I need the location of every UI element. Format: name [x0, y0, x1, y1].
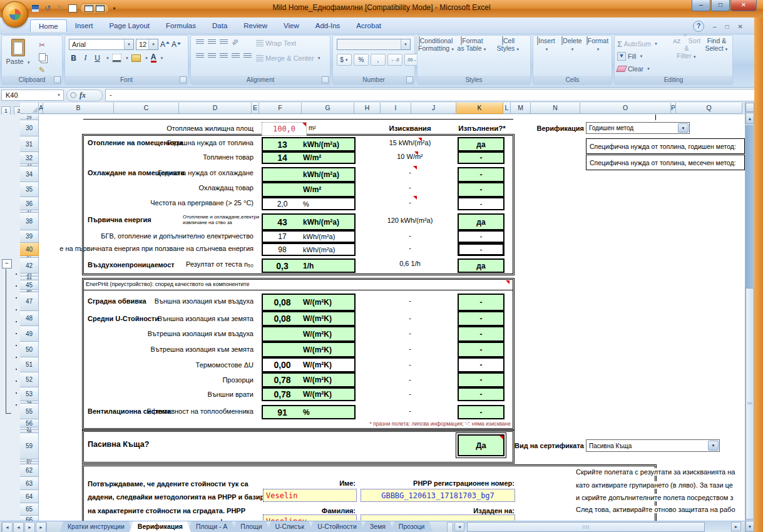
cell-solar-primary-energy[interactable]: 98kWh/(m²a) [262, 243, 356, 256]
cell-dhw-electricity[interactable]: 17kWh/(m²a) [262, 230, 356, 243]
surname-field[interactable]: Veselinov [263, 514, 357, 521]
cell-uvalue-ext-air[interactable]: 0,08W/(m²K) [262, 294, 356, 311]
cell-heat-load[interactable]: 14W/m² [262, 151, 356, 164]
align-left-icon[interactable] [196, 53, 204, 59]
sheet-tab-U-Списък[interactable]: U-Списък [267, 521, 313, 532]
column-header-M[interactable]: M [511, 103, 531, 114]
workbook-restore-button[interactable]: □ [725, 23, 729, 30]
cell-fulfilled-heat[interactable]: да [458, 137, 504, 151]
cell-heat-recovery[interactable]: 91% [262, 405, 356, 419]
tab-home[interactable]: Home [30, 19, 67, 32]
orientation-icon[interactable]: ab [230, 38, 239, 46]
column-header-C[interactable]: C [114, 103, 179, 114]
cell-cooling-load[interactable]: W/m² [262, 182, 356, 197]
next-sheet-button[interactable]: ► [24, 522, 35, 532]
column-header-D[interactable]: D [179, 103, 252, 114]
cell-fulfilled[interactable]: да [458, 213, 504, 230]
cell-fulfilled[interactable]: - [458, 197, 504, 210]
workbook-minimize-button[interactable]: – [713, 23, 717, 30]
tab-insert[interactable]: Insert [67, 19, 101, 32]
column-header-L[interactable]: L [503, 103, 511, 114]
cut-button[interactable]: ✂ [34, 39, 49, 51]
cell-fulfilled[interactable]: - [458, 342, 504, 357]
format-cells-button[interactable]: Format▼ [585, 37, 610, 76]
shrink-font-button[interactable]: A [172, 40, 181, 49]
cell-primary-energy[interactable]: 43kWh/(m²a) [262, 213, 356, 230]
cell-styles-button[interactable]: CellStyles▼ [491, 37, 526, 76]
column-header-F[interactable]: F [259, 103, 302, 114]
select-all-corner[interactable] [20, 103, 39, 114]
active-cell-K40[interactable]: - [458, 243, 504, 256]
paste-button[interactable]: Paste ▼ [5, 38, 31, 76]
previous-sheet-button[interactable]: ◄ [13, 522, 24, 532]
cell-fulfilled[interactable]: да [458, 258, 504, 273]
vertical-scrollbar-thumb[interactable] [745, 288, 754, 519]
cell-airtightness[interactable]: 0,31/h [262, 258, 356, 273]
cell-ext-doors[interactable]: 0,78W/(m²K) [262, 387, 356, 401]
column-header-G[interactable]: G [302, 103, 354, 114]
find-select-button[interactable]: Find &Select▼ [702, 37, 731, 76]
insert-cells-button[interactable]: Insert▼ [534, 37, 558, 76]
scroll-right-button[interactable]: ► [731, 522, 741, 531]
close-button[interactable]: ✕ [730, 0, 757, 11]
increase-decimal-button[interactable]: ←.0 [387, 54, 402, 66]
fill-button[interactable]: ▼ Fill▼ [617, 51, 671, 62]
horizontal-scrollbar-thumb[interactable] [467, 522, 705, 532]
tab-formulas[interactable]: Formulas [158, 19, 204, 32]
tab-page-layout[interactable]: Page Layout [101, 19, 158, 32]
cell-fulfilled[interactable]: - [458, 294, 504, 311]
cell-windows[interactable]: 0,78W/(m²K) [262, 372, 356, 387]
column-header-B[interactable]: B [43, 103, 114, 114]
maximize-button[interactable]: □ [711, 0, 730, 11]
italic-button[interactable]: I [81, 53, 90, 63]
cell-fulfilled[interactable]: - [458, 151, 504, 164]
tab-review[interactable]: Review [235, 19, 275, 32]
tab-data[interactable]: Data [204, 19, 235, 32]
verification-method-dropdown[interactable]: Годишен метод▼ [586, 122, 690, 134]
column-header-J[interactable]: J [411, 103, 456, 114]
cell-fulfilled[interactable]: - [458, 405, 504, 419]
align-bottom-icon[interactable] [220, 39, 228, 45]
wrap-text-button[interactable]: Wrap Text [256, 39, 296, 47]
scroll-down-button[interactable]: ▼ [745, 521, 754, 532]
number-format-combo[interactable]: ▼ [337, 39, 411, 50]
column-header-K[interactable]: K [456, 103, 503, 114]
font-dialog-launcher[interactable] [180, 76, 187, 83]
align-right-icon[interactable] [220, 53, 228, 59]
clear-button[interactable]: Clear▼ [617, 63, 671, 74]
scrollbar-split-handle[interactable] [745, 103, 754, 112]
autosum-button[interactable]: Σ AutoSum▼ [617, 38, 671, 49]
first-name-field[interactable]: Veselin [263, 489, 357, 502]
format-as-table-button[interactable]: Formatas Table▼ [454, 37, 489, 76]
font-name-combo[interactable]: Arial▼ [69, 39, 134, 50]
alignment-dialog-launcher[interactable] [322, 76, 329, 83]
sheet-tab-Площи - А[interactable]: Площи - А [188, 521, 235, 532]
fill-color-icon[interactable] [131, 54, 141, 62]
cell-heat-demand[interactable]: 13kWh/(m²a) [262, 137, 356, 151]
cell-fulfilled[interactable]: - [458, 311, 504, 326]
workbook-close-button[interactable]: ✕ [738, 23, 743, 30]
cell-fulfilled[interactable]: - [458, 326, 504, 342]
number-dialog-launcher[interactable] [406, 76, 413, 83]
name-box[interactable]: K40▼ [1, 90, 64, 101]
cell-thermal-bridges[interactable]: 0,00W/(m²K) [262, 357, 356, 372]
help-icon[interactable]: ? [693, 21, 704, 32]
sheet-tab-Верификация[interactable]: Верификация [130, 521, 191, 532]
column-header-H[interactable]: H [354, 103, 381, 114]
column-header-A[interactable]: A [39, 103, 43, 114]
underline-button[interactable]: U [93, 54, 102, 63]
vertical-scrollbar-track[interactable] [745, 125, 754, 288]
align-middle-icon[interactable] [208, 39, 216, 45]
sheet-tab-U-Стойности[interactable]: U-Стойности [309, 521, 365, 532]
phpp-reg-field[interactable]: GBBBG_120613_17181703_bg7 [361, 489, 515, 502]
office-button[interactable] [2, 1, 28, 28]
sheet-tab-Площи[interactable]: Площи [232, 521, 270, 532]
cell-cooling-demand[interactable]: kWh/(m²a) [262, 167, 356, 182]
comma-style-button[interactable]: , [371, 54, 386, 66]
sheet-tab-Земя[interactable]: Земя [362, 521, 394, 532]
first-sheet-button[interactable]: ◄ [1, 522, 13, 532]
format-painter-button[interactable]: ✎ [34, 64, 49, 76]
column-header-O[interactable]: O [580, 103, 671, 114]
column-header-Q[interactable]: Q [676, 103, 742, 114]
tab-view[interactable]: View [275, 19, 307, 32]
